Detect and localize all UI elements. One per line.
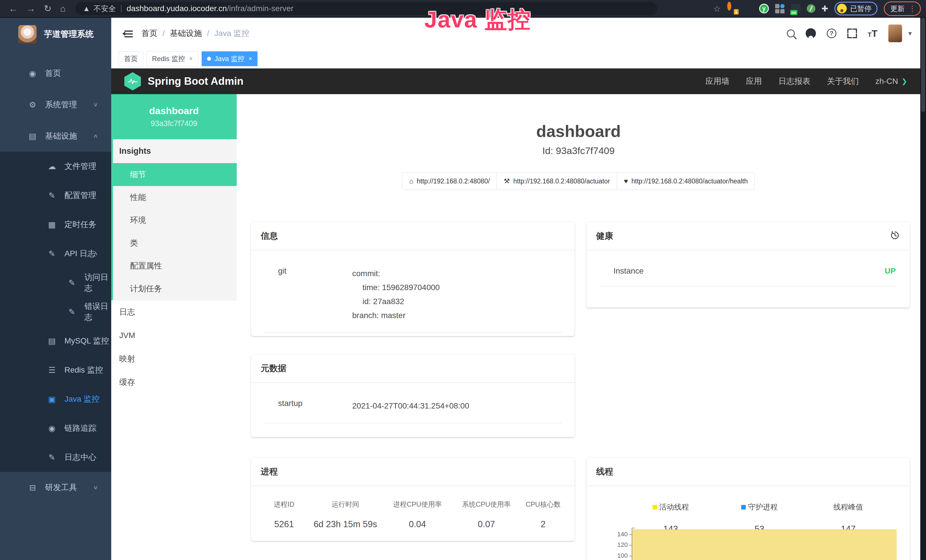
sidebar-item-error-log[interactable]: ✎ 错误日志 [0,297,111,326]
nav-applications-wall[interactable]: 应用墙 [705,76,729,87]
sidebar-fold-icon[interactable] [120,29,133,38]
sidebar-item-label: Java 监控 [65,394,100,404]
sidebar-item-mysql-monitor[interactable]: ▤ MySQL 监控 [0,326,111,356]
metadata-row-startup: startup 2021-04-27T00:44:31.254+08:00 [264,399,562,423]
link-label: http://192.168.0.2:48080/actuator/health [631,177,748,185]
sidebar-item-config-manage[interactable]: ✎ 配置管理 [0,181,111,210]
tab-java-monitor[interactable]: Java 监控 × [202,51,257,66]
sidebar-item-dev-tools[interactable]: ⊟ 研发工具 ∨ [0,472,111,503]
cell-value: 0.07 [452,519,520,530]
scrollbar-thumb[interactable] [921,18,925,112]
sba-brand[interactable]: Spring Boot Admin [124,72,244,91]
sidebar-item-file-manage[interactable]: ☁ 文件管理 [0,152,111,181]
info-row-git: git commit: time: 1596289704000 id: 27aa… [264,266,562,333]
extension-icon-6[interactable] [807,4,816,13]
reload-icon[interactable]: ↻ [44,4,51,13]
nav-about[interactable]: 关于我们 [827,76,859,87]
extension-icon-5[interactable]: on [791,4,800,13]
health-url-button[interactable]: ♥ http://192.168.0.2:48080/actuator/heal… [617,172,755,190]
locale-select[interactable]: zh-CN ❯ [876,77,907,86]
threads-card-header: 线程 [586,458,910,486]
back-icon[interactable]: ← [9,4,18,13]
instance-id: 93a3fc7f7409 [151,119,197,128]
update-button[interactable]: 更新 ⋮ [884,2,921,16]
sba-item-classes[interactable]: 类 [113,232,237,254]
sba-item-config-props[interactable]: 配置属性 [113,254,237,277]
app-logo-row[interactable]: 芋道管理系统 [0,18,111,49]
timer-icon: ▦ [45,220,58,229]
page-scrollbar[interactable] [920,18,926,560]
extension-icon-3[interactable]: y [759,4,769,14]
sba-item-details[interactable]: 细节 [113,163,237,186]
link-label: http://192.168.0.2:48080/ [417,177,490,185]
sba-item-environment[interactable]: 环境 [113,209,237,232]
help-icon[interactable]: ? [827,29,837,38]
sidebar-item-java-monitor[interactable]: ▣ Java 监控 [0,384,111,414]
sidebar-item-system[interactable]: ⚙ 系统管理 ∨ [0,89,111,120]
search-icon[interactable] [787,29,795,37]
extension-icon-4[interactable] [775,4,785,14]
sidebar-item-log-center[interactable]: ✎ 日志中心 [0,443,111,472]
security-warning-icon[interactable]: ▲ [83,4,90,13]
main-area: 首页 基础设施 Java 监控 ? TT ▾ 首页 Redis 监控 × [111,18,920,560]
briefcase-icon: ⊟ [26,483,39,492]
breadcrumb-current: Java 监控 [202,28,250,39]
instance-header-block[interactable]: dashboard 93a3fc7f7409 [111,94,237,139]
chevron-down-icon[interactable]: ▾ [908,29,912,37]
infrastructure-submenu: ☁ 文件管理 ✎ 配置管理 ▦ 定时任务 ✎ API 日志 ∧ ✎ [0,152,111,472]
nav-journal[interactable]: 日志报表 [779,76,811,87]
security-label[interactable]: 不安全 [94,4,116,14]
paused-label: 已暂停 [850,4,872,14]
sidebar-item-access-log[interactable]: ✎ 访问日志 [0,268,111,297]
history-icon[interactable] [890,230,900,242]
sidebar-item-scheduled-jobs[interactable]: ▦ 定时任务 [0,210,111,239]
fullscreen-icon[interactable] [847,29,857,38]
sba-item-caches[interactable]: 缓存 [111,371,237,394]
git-time-line: time: 1596289704000 [352,280,440,294]
font-size-icon[interactable]: TT [868,28,878,39]
forward-icon[interactable]: → [26,4,35,13]
breadcrumb: 首页 基础设施 Java 监控 [141,28,250,39]
sba-item-scheduled-tasks[interactable]: 计划任务 [113,277,237,300]
breadcrumb-home[interactable]: 首页 [141,28,157,39]
sba-item-mappings[interactable]: 映射 [111,347,237,371]
github-icon[interactable] [806,28,816,38]
metadata-card-body: startup 2021-04-27T00:44:31.254+08:00 [251,383,575,435]
url-path[interactable]: /infra/admin-server [227,4,294,13]
url-host[interactable]: dashboard.yudao.iocoder.cn [127,4,227,13]
row-label: Instance [613,266,644,275]
sba-item-metrics[interactable]: 性能 [113,186,237,209]
nav-applications[interactable]: 应用 [746,76,762,87]
sidebar-item-home[interactable]: ◉ 首页 [0,58,111,89]
extensions-puzzle-icon[interactable]: ✚ [822,4,828,14]
tab-home[interactable]: 首页 [119,51,143,66]
profile-paused-pill[interactable]: 已暂停 [834,2,878,15]
actuator-url-button[interactable]: ⚒ http://192.168.0.2:48080/actuator [496,172,617,190]
address-bar[interactable]: ▲ 不安全 dashboard.yudao.iocoder.cn /infra/… [75,2,657,15]
extension-icon-1[interactable]: 1 [727,4,737,14]
breadcrumb-infrastructure[interactable]: 基础设施 [157,28,202,39]
tab-redis-monitor[interactable]: Redis 监控 × [147,51,198,66]
menu-kebab-icon[interactable]: ⋮ [909,4,916,13]
sidebar-item-redis-monitor[interactable]: ☰ Redis 监控 [0,356,111,384]
process-col-cpu-cores: CPU核心数 2 [520,500,566,530]
service-url-button[interactable]: ⌂ http://192.168.0.2:48080/ [402,172,497,190]
log-edit-icon: ✎ [66,278,78,288]
sidebar-item-infrastructure[interactable]: ▤ 基础设施 ∧ [0,120,111,152]
close-icon[interactable]: × [248,55,252,62]
sba-navbar: Spring Boot Admin 应用墙 应用 日志报表 关于我们 zh-CN… [111,68,920,94]
sba-item-jvm[interactable]: JVM [111,324,237,347]
sba-item-logging[interactable]: 日志 [111,300,237,324]
divider [121,5,121,12]
extension-icon-2[interactable] [743,4,753,14]
user-avatar[interactable] [888,24,902,42]
sidebar-item-label: 链路追踪 [65,423,96,434]
row-label: git [278,266,352,322]
sidebar-item-api-log[interactable]: ✎ API 日志 ∧ [0,239,111,268]
layers-icon: ☰ [45,365,58,375]
home-icon[interactable]: ⌂ [60,4,66,13]
bookmark-star-icon[interactable]: ☆ [713,4,721,14]
sidebar-item-trace[interactable]: ◉ 链路追踪 [0,414,111,443]
threads-legend: 活动线程 143 守护进程 53 线程峰值 147 [586,486,910,534]
close-icon[interactable]: × [189,55,193,62]
